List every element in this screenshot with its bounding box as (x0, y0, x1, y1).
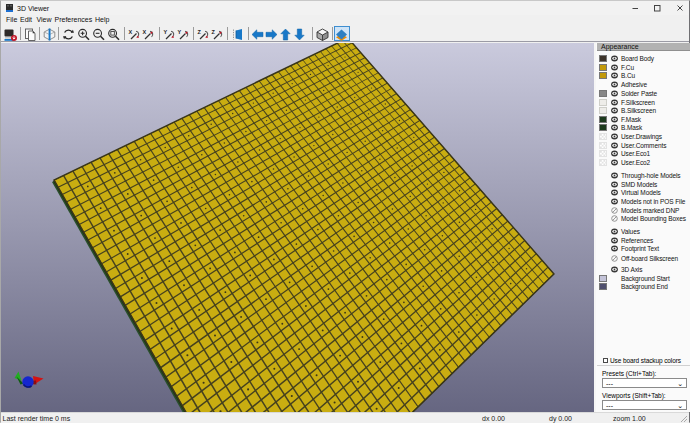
svg-text:X: X (143, 29, 147, 35)
svg-text:Z: Z (198, 29, 202, 35)
svg-text:X: X (129, 29, 133, 35)
svg-text:Z: Z (212, 29, 216, 35)
svg-text:Y: Y (178, 29, 182, 35)
svg-text:Y: Y (164, 29, 168, 35)
